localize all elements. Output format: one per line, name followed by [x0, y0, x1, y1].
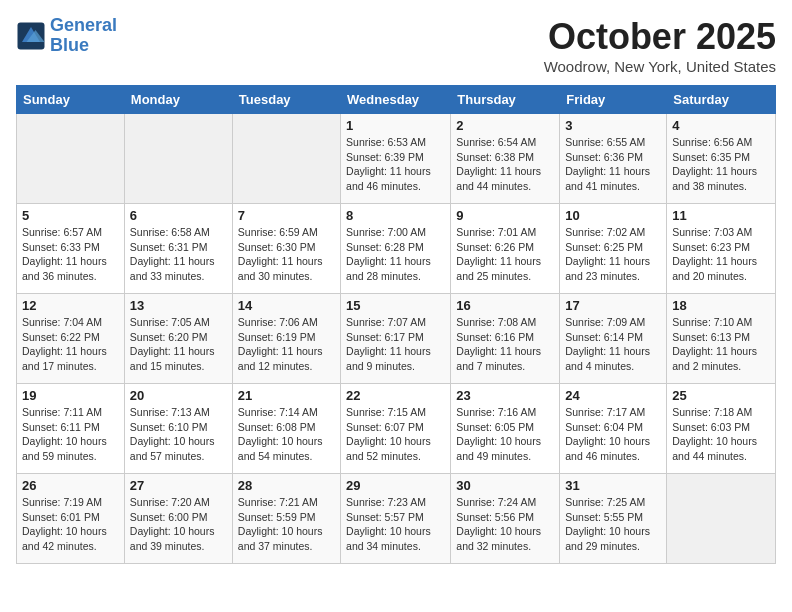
day-info-line: Sunrise: 7:17 AM — [565, 405, 661, 420]
calendar-cell: 17Sunrise: 7:09 AMSunset: 6:14 PMDayligh… — [560, 294, 667, 384]
title-block: October 2025 Woodrow, New York, United S… — [544, 16, 776, 75]
day-number: 8 — [346, 208, 445, 223]
day-info-line: and 59 minutes. — [22, 449, 119, 464]
logo-icon — [16, 21, 46, 51]
day-info-line: Sunrise: 6:58 AM — [130, 225, 227, 240]
calendar-cell: 1Sunrise: 6:53 AMSunset: 6:39 PMDaylight… — [341, 114, 451, 204]
day-number: 23 — [456, 388, 554, 403]
week-row-3: 12Sunrise: 7:04 AMSunset: 6:22 PMDayligh… — [17, 294, 776, 384]
day-info-line: Sunset: 6:36 PM — [565, 150, 661, 165]
calendar-cell: 11Sunrise: 7:03 AMSunset: 6:23 PMDayligh… — [667, 204, 776, 294]
day-info-line: Sunrise: 6:54 AM — [456, 135, 554, 150]
day-info-line: Sunset: 6:04 PM — [565, 420, 661, 435]
day-info-line: Sunrise: 7:13 AM — [130, 405, 227, 420]
day-info-line: Daylight: 11 hours — [130, 344, 227, 359]
day-info-line: and 34 minutes. — [346, 539, 445, 554]
day-info-line: Sunset: 5:59 PM — [238, 510, 335, 525]
day-info-line: Daylight: 11 hours — [346, 344, 445, 359]
calendar-cell: 27Sunrise: 7:20 AMSunset: 6:00 PMDayligh… — [124, 474, 232, 564]
day-info-line: Sunrise: 7:10 AM — [672, 315, 770, 330]
day-info-line: Daylight: 10 hours — [22, 524, 119, 539]
logo: General Blue — [16, 16, 117, 56]
day-info-line: Sunset: 6:05 PM — [456, 420, 554, 435]
day-info-line: Daylight: 10 hours — [130, 434, 227, 449]
day-info-line: Daylight: 11 hours — [22, 254, 119, 269]
day-info-line: Daylight: 11 hours — [456, 164, 554, 179]
week-row-4: 19Sunrise: 7:11 AMSunset: 6:11 PMDayligh… — [17, 384, 776, 474]
day-info-line: Sunset: 6:13 PM — [672, 330, 770, 345]
day-info-line: Daylight: 11 hours — [346, 164, 445, 179]
day-info-line: Sunrise: 7:20 AM — [130, 495, 227, 510]
day-info-line: and 25 minutes. — [456, 269, 554, 284]
week-row-2: 5Sunrise: 6:57 AMSunset: 6:33 PMDaylight… — [17, 204, 776, 294]
day-number: 25 — [672, 388, 770, 403]
day-info-line: Sunset: 6:25 PM — [565, 240, 661, 255]
day-info-line: and 9 minutes. — [346, 359, 445, 374]
day-info-line: and 44 minutes. — [672, 449, 770, 464]
day-info-line: Daylight: 11 hours — [130, 254, 227, 269]
calendar-cell: 5Sunrise: 6:57 AMSunset: 6:33 PMDaylight… — [17, 204, 125, 294]
day-info-line: Sunset: 6:08 PM — [238, 420, 335, 435]
day-info-line: Sunrise: 6:55 AM — [565, 135, 661, 150]
calendar-table: SundayMondayTuesdayWednesdayThursdayFrid… — [16, 85, 776, 564]
day-info-line: and 30 minutes. — [238, 269, 335, 284]
weekday-header-friday: Friday — [560, 86, 667, 114]
day-info-line: Sunrise: 7:16 AM — [456, 405, 554, 420]
day-info-line: Sunrise: 7:25 AM — [565, 495, 661, 510]
day-info-line: Daylight: 11 hours — [238, 344, 335, 359]
day-number: 14 — [238, 298, 335, 313]
day-number: 2 — [456, 118, 554, 133]
day-info-line: Sunrise: 7:01 AM — [456, 225, 554, 240]
day-info-line: and 49 minutes. — [456, 449, 554, 464]
day-number: 18 — [672, 298, 770, 313]
day-info-line: Sunset: 6:28 PM — [346, 240, 445, 255]
day-info-line: Sunset: 6:23 PM — [672, 240, 770, 255]
day-info-line: Sunset: 6:35 PM — [672, 150, 770, 165]
day-info-line: Sunset: 6:38 PM — [456, 150, 554, 165]
weekday-header-thursday: Thursday — [451, 86, 560, 114]
day-info-line: Sunrise: 6:57 AM — [22, 225, 119, 240]
calendar-cell: 25Sunrise: 7:18 AMSunset: 6:03 PMDayligh… — [667, 384, 776, 474]
calendar-cell: 24Sunrise: 7:17 AMSunset: 6:04 PMDayligh… — [560, 384, 667, 474]
day-info-line: Sunrise: 7:19 AM — [22, 495, 119, 510]
day-info-line: and 46 minutes. — [565, 449, 661, 464]
day-info-line: and 32 minutes. — [456, 539, 554, 554]
calendar-cell: 14Sunrise: 7:06 AMSunset: 6:19 PMDayligh… — [232, 294, 340, 384]
day-info-line: Sunset: 6:17 PM — [346, 330, 445, 345]
day-number: 30 — [456, 478, 554, 493]
weekday-header-monday: Monday — [124, 86, 232, 114]
day-number: 22 — [346, 388, 445, 403]
day-info-line: Daylight: 11 hours — [672, 344, 770, 359]
day-info-line: and 15 minutes. — [130, 359, 227, 374]
calendar-cell: 8Sunrise: 7:00 AMSunset: 6:28 PMDaylight… — [341, 204, 451, 294]
day-info-line: Sunrise: 7:02 AM — [565, 225, 661, 240]
calendar-cell: 7Sunrise: 6:59 AMSunset: 6:30 PMDaylight… — [232, 204, 340, 294]
calendar-cell: 28Sunrise: 7:21 AMSunset: 5:59 PMDayligh… — [232, 474, 340, 564]
day-info-line: Sunset: 6:22 PM — [22, 330, 119, 345]
day-info-line: Sunset: 5:57 PM — [346, 510, 445, 525]
day-info-line: Sunset: 6:39 PM — [346, 150, 445, 165]
day-info-line: Sunset: 6:30 PM — [238, 240, 335, 255]
day-number: 31 — [565, 478, 661, 493]
month-title: October 2025 — [544, 16, 776, 58]
day-info-line: and 52 minutes. — [346, 449, 445, 464]
day-info-line: Sunrise: 7:04 AM — [22, 315, 119, 330]
day-number: 7 — [238, 208, 335, 223]
day-info-line: and 44 minutes. — [456, 179, 554, 194]
calendar-cell: 6Sunrise: 6:58 AMSunset: 6:31 PMDaylight… — [124, 204, 232, 294]
day-info-line: Sunset: 6:19 PM — [238, 330, 335, 345]
day-info-line: Sunset: 6:26 PM — [456, 240, 554, 255]
day-info-line: Sunset: 6:33 PM — [22, 240, 119, 255]
day-info-line: Sunset: 6:11 PM — [22, 420, 119, 435]
day-info-line: and 4 minutes. — [565, 359, 661, 374]
calendar-cell — [232, 114, 340, 204]
day-info-line: Sunrise: 7:07 AM — [346, 315, 445, 330]
calendar-cell: 16Sunrise: 7:08 AMSunset: 6:16 PMDayligh… — [451, 294, 560, 384]
day-number: 1 — [346, 118, 445, 133]
day-info-line: Sunrise: 7:15 AM — [346, 405, 445, 420]
calendar-cell: 20Sunrise: 7:13 AMSunset: 6:10 PMDayligh… — [124, 384, 232, 474]
week-row-5: 26Sunrise: 7:19 AMSunset: 6:01 PMDayligh… — [17, 474, 776, 564]
calendar-cell: 9Sunrise: 7:01 AMSunset: 6:26 PMDaylight… — [451, 204, 560, 294]
day-info-line: Sunrise: 6:56 AM — [672, 135, 770, 150]
day-info-line: Sunset: 6:03 PM — [672, 420, 770, 435]
